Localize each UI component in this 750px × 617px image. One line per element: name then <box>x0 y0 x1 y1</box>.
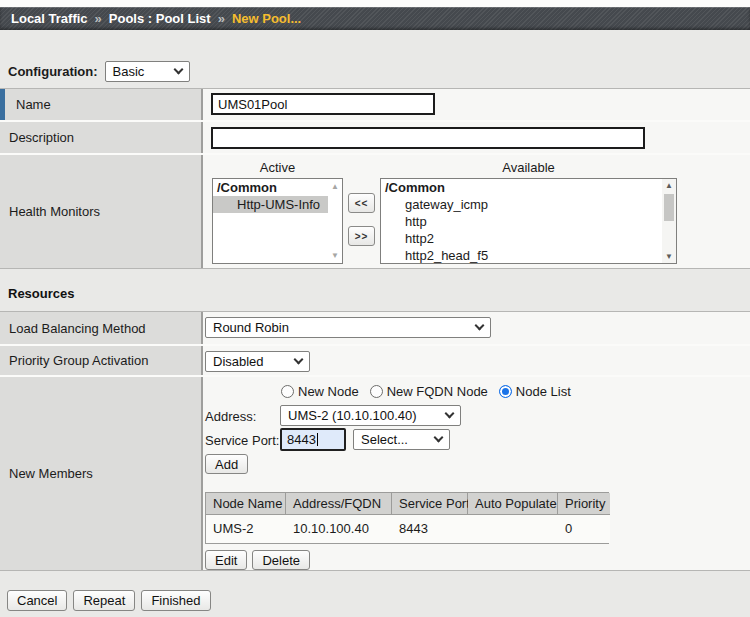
radio-option-new-node[interactable]: New Node <box>281 384 359 399</box>
configuration-select[interactable]: Basic <box>105 61 190 82</box>
available-monitor-item[interactable]: http2 <box>381 230 662 247</box>
scroll-up-icon[interactable]: ▲ <box>331 182 339 191</box>
configuration-select-value: Basic <box>113 64 145 79</box>
breadcrumb-pool-list[interactable]: Pools : Pool List <box>109 11 211 26</box>
priority-group-row: Priority Group Activation Disabled <box>0 344 750 375</box>
name-row: Name <box>0 89 750 120</box>
priority-group-label: Priority Group Activation <box>9 353 148 368</box>
configuration-row: Configuration: Basic <box>8 61 190 82</box>
radio-option-new-fqdn-node[interactable]: New FQDN Node <box>370 384 488 399</box>
members-table-header-address: Address/FQDN <box>286 493 392 515</box>
load-balancing-label-cell: Load Balancing Method <box>0 312 203 344</box>
load-balancing-label: Load Balancing Method <box>9 321 146 336</box>
scroll-down-icon[interactable]: ▼ <box>331 251 339 260</box>
member-cell-service-port: 8443 <box>392 515 468 543</box>
radio-option-node-list[interactable]: Node List <box>499 384 571 399</box>
breadcrumb: Local Traffic » Pools : Pool List » New … <box>0 7 750 30</box>
priority-group-select[interactable]: Disabled <box>205 351 310 372</box>
new-members-label: New Members <box>9 466 93 481</box>
breadcrumb-local-traffic[interactable]: Local Traffic <box>11 11 88 26</box>
description-input[interactable] <box>211 127 645 149</box>
description-content-cell <box>203 122 750 153</box>
active-column-label: Active <box>212 160 343 175</box>
chevron-down-icon <box>445 409 455 419</box>
new-members-row: New Members New Node New FQDN Node Node … <box>0 375 750 570</box>
priority-group-content-cell: Disabled <box>203 346 750 375</box>
scrollbar-thumb[interactable] <box>664 194 674 221</box>
service-port-label: Service Port: <box>205 433 279 448</box>
chevron-down-icon <box>434 433 444 443</box>
name-label-cell: Name <box>0 89 203 120</box>
members-table-header-priority: Priority <box>558 493 610 515</box>
radio-button-icon[interactable] <box>281 385 294 398</box>
service-port-select[interactable]: Select... <box>353 429 450 450</box>
radio-label-new-fqdn-node: New FQDN Node <box>387 384 488 399</box>
active-listbox-scrollbar[interactable]: ▲ ▼ <box>328 179 342 263</box>
scroll-up-icon[interactable]: ▲ <box>665 181 673 190</box>
available-folder-item: /Common <box>381 179 662 196</box>
active-folder-item: /Common <box>213 179 328 196</box>
load-balancing-select[interactable]: Round Robin <box>205 317 491 338</box>
new-pool-page: Local Traffic » Pools : Pool List » New … <box>0 0 750 617</box>
available-monitor-item[interactable]: gateway_icmp <box>381 196 662 213</box>
address-select[interactable]: UMS-2 (10.10.100.40) <box>280 405 461 426</box>
description-label-cell: Description <box>0 122 203 153</box>
add-button[interactable]: Add <box>205 454 248 474</box>
description-label: Description <box>9 130 74 145</box>
service-port-select-value: Select... <box>361 432 408 447</box>
new-members-content-cell: New Node New FQDN Node Node List Address… <box>203 377 750 570</box>
configuration-label: Configuration: <box>8 64 98 79</box>
member-cell-address: 10.10.100.40 <box>286 515 392 543</box>
general-properties-table: Name Description Health Monitors Active … <box>0 88 750 269</box>
chevron-down-icon <box>173 65 183 75</box>
move-to-available-button[interactable]: >> <box>348 226 375 246</box>
health-monitors-content-cell: Active Available /Common Http-UMS-Info ▲… <box>203 155 750 268</box>
load-balancing-select-value: Round Robin <box>213 320 289 335</box>
radio-button-selected-icon[interactable] <box>499 385 512 398</box>
active-monitor-item[interactable]: Http-UMS-Info <box>213 196 328 213</box>
scroll-down-icon[interactable]: ▼ <box>665 252 673 261</box>
cancel-button[interactable]: Cancel <box>7 590 67 611</box>
available-monitor-item[interactable]: http <box>381 213 662 230</box>
service-port-value: 8443 <box>287 432 316 447</box>
monitor-move-buttons: << >> <box>348 193 375 246</box>
repeat-button[interactable]: Repeat <box>73 590 135 611</box>
priority-group-select-value: Disabled <box>213 354 264 369</box>
load-balancing-content-cell: Round Robin <box>203 312 750 344</box>
health-monitors-label: Health Monitors <box>9 204 100 219</box>
priority-group-label-cell: Priority Group Activation <box>0 346 203 375</box>
name-label: Name <box>16 97 51 112</box>
members-table-header-node-name: Node Name <box>206 493 286 515</box>
finished-button[interactable]: Finished <box>141 590 210 611</box>
name-input[interactable] <box>211 93 435 115</box>
edit-button[interactable]: Edit <box>205 550 247 570</box>
available-column-label: Available <box>380 160 677 175</box>
member-cell-auto-populate <box>468 515 558 543</box>
move-to-active-button[interactable]: << <box>348 193 375 213</box>
active-monitors-listbox[interactable]: /Common Http-UMS-Info ▲ ▼ <box>212 178 343 264</box>
footer-buttons: Cancel Repeat Finished <box>7 590 211 611</box>
members-table-header-service-port: Service Port <box>392 493 468 515</box>
load-balancing-row: Load Balancing Method Round Robin <box>0 312 750 344</box>
service-port-input[interactable]: 8443 <box>280 428 346 451</box>
radio-label-node-list: Node List <box>516 384 571 399</box>
available-listbox-scrollbar[interactable]: ▲ ▼ <box>662 179 676 263</box>
top-margin-strip <box>0 0 750 7</box>
address-select-value: UMS-2 (10.10.100.40) <box>288 408 417 423</box>
breadcrumb-separator-icon: » <box>95 11 102 26</box>
member-cell-priority: 0 <box>558 515 610 543</box>
required-indicator-bar <box>0 89 5 120</box>
address-label: Address: <box>205 409 256 424</box>
available-monitors-listbox[interactable]: /Common gateway_icmp http http2 http2_he… <box>380 178 677 264</box>
radio-button-icon[interactable] <box>370 385 383 398</box>
breadcrumb-separator-icon: » <box>218 11 225 26</box>
member-cell-node-name[interactable]: UMS-2 <box>206 515 286 543</box>
members-table: Node Name Address/FQDN Service Port Auto… <box>205 492 609 544</box>
available-monitor-item[interactable]: http2_head_f5 <box>381 247 662 264</box>
member-row-buttons: Edit Delete <box>205 550 310 570</box>
delete-button[interactable]: Delete <box>252 550 310 570</box>
text-caret <box>317 433 318 446</box>
node-type-radio-group: New Node New FQDN Node Node List <box>281 384 571 399</box>
health-monitors-row: Health Monitors Active Available /Common… <box>0 153 750 268</box>
new-members-label-cell: New Members <box>0 377 203 570</box>
